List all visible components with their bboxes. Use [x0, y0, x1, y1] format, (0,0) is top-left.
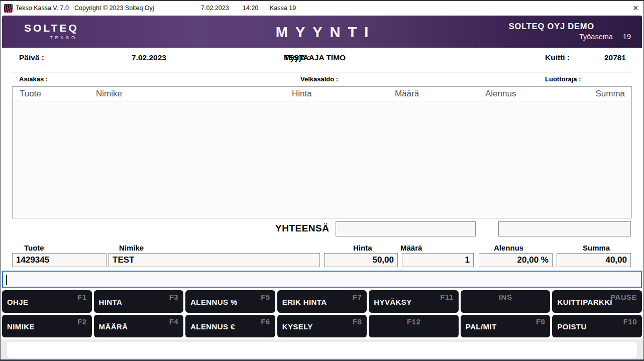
fkey-label: INS: [461, 293, 551, 301]
entry-label-summa: Summa: [583, 244, 610, 252]
fkey-label: PAUSE: [610, 293, 637, 301]
button-label: ALENNUS %: [190, 298, 238, 306]
tuote-field[interactable]: [12, 253, 106, 267]
receipt-label: Kuitti :: [545, 53, 570, 62]
app-window: Tekso Kassa V. 7.0 Copyright © 2023 Solt…: [0, 0, 644, 361]
button-label: KUITTIPARKKI: [557, 298, 612, 306]
fkey-label: F3: [169, 293, 179, 301]
command-input[interactable]: [2, 271, 642, 288]
fkey-label: F12: [369, 317, 459, 326]
button-label: MÄÄRÄ: [99, 322, 128, 331]
header-right: SOLTEQ OYJ DEMO Työasema 19: [509, 22, 642, 41]
erik-hinta-button[interactable]: ERIK HINTA F7: [277, 290, 367, 313]
company-name: SOLTEQ OYJ DEMO: [509, 22, 594, 31]
app-header: SOLTEQ TEKSO MYYNTI SOLTEQ OYJ DEMO Työa…: [2, 16, 642, 48]
nimike-button[interactable]: NIMIKE F2: [2, 315, 92, 337]
alennus-euro-button[interactable]: ALENNUS € F6: [185, 315, 275, 337]
receipt-info-row: Päivä : 7.02.2023 Myyjä : TESTAAJA TIMO …: [0, 53, 644, 66]
fkey-label: F5: [261, 293, 270, 301]
kysely-button[interactable]: KYSELY F8: [277, 315, 367, 337]
sale-lines-table: Tuote Nimike Hinta Määrä Alennus Summa: [12, 86, 632, 218]
customer-label: Asiakas :: [19, 75, 48, 83]
hinta-button[interactable]: HINTA F3: [94, 290, 184, 313]
button-label: ERIK HINTA: [282, 298, 327, 306]
button-label: PAL/MIT: [466, 322, 497, 331]
fkey-label: F11: [440, 293, 454, 301]
col-header-nimike: Nimike: [96, 89, 122, 99]
tekso-app-icon: [4, 4, 13, 13]
divider-line: [12, 72, 632, 72]
poistu-button[interactable]: POISTU F10: [552, 315, 642, 337]
kuittiparkki-button[interactable]: KUITTIPARKKI PAUSE: [552, 290, 642, 313]
fkey-label: F1: [77, 293, 87, 301]
function-key-grid: OHJE F1 HINTA F3 ALENNUS % F5 ERIK HINTA…: [2, 290, 642, 338]
alennus-field[interactable]: [479, 253, 553, 267]
bottom-bar: [0, 339, 644, 361]
copyright-text: Copyright © 2023 Solteq Oyj: [74, 5, 154, 12]
button-label: NIMIKE: [7, 322, 35, 331]
button-label: ALENNUS €: [190, 322, 235, 331]
button-label: HINTA: [99, 298, 123, 306]
titlebar: Tekso Kassa V. 7.0 Copyright © 2023 Solt…: [0, 0, 644, 15]
col-header-hinta: Hinta: [292, 89, 312, 99]
alennus-prosentti-button[interactable]: ALENNUS % F5: [185, 290, 275, 313]
ins-button[interactable]: INS: [461, 290, 551, 313]
total-row: YHTEENSÄ: [0, 221, 644, 237]
fkey-label: F9: [536, 317, 546, 326]
maara-button[interactable]: MÄÄRÄ F4: [94, 315, 184, 337]
receipt-number: 20781: [604, 53, 626, 62]
entry-field-labels: Tuote Nimike Hinta Määrä Alennus Summa: [0, 244, 644, 253]
col-header-tuote: Tuote: [20, 89, 41, 99]
total-amount-field[interactable]: [336, 221, 476, 236]
titlebar-time: 14:20: [243, 5, 258, 12]
col-header-maara: Määrä: [395, 89, 419, 99]
f12-button[interactable]: F12: [369, 315, 459, 337]
entry-label-alennus: Alennus: [494, 244, 523, 252]
total-secondary-field[interactable]: [498, 221, 631, 236]
workstation-info: Työasema 19: [509, 33, 631, 41]
hinta-field[interactable]: [324, 253, 398, 267]
window-title: Tekso Kassa V. 7.0: [16, 5, 69, 12]
debt-balance-label: Velkasaldo :: [300, 75, 338, 83]
total-label: YHTEENSÄ: [275, 223, 329, 234]
workstation-number: 19: [623, 33, 631, 41]
status-message-bar: [7, 342, 637, 358]
fkey-label: F6: [261, 317, 270, 326]
entry-label-maara: Määrä: [400, 244, 422, 252]
button-label: KYSELY: [282, 322, 313, 331]
date-label: Päivä :: [19, 53, 44, 62]
maara-field[interactable]: [402, 253, 474, 267]
hyvaksy-button[interactable]: HYVÄKSY F11: [369, 290, 459, 313]
titlebar-date: 7.02.2023: [201, 5, 229, 12]
credit-limit-label: Luottoraja :: [545, 75, 581, 83]
register-number: Kassa 19: [270, 5, 296, 12]
fkey-label: F7: [353, 293, 362, 301]
entry-label-tuote: Tuote: [24, 244, 44, 252]
workstation-label: Työasema: [579, 33, 613, 41]
summa-field[interactable]: [557, 253, 631, 267]
entry-label-nimike: Nimike: [119, 244, 144, 252]
sale-lines-body: [13, 101, 631, 218]
entry-fields-row: [0, 253, 644, 267]
fkey-label: F4: [169, 317, 179, 326]
entry-label-hinta: Hinta: [353, 244, 372, 252]
button-label: OHJE: [7, 298, 28, 306]
table-header-row: Tuote Nimike Hinta Määrä Alennus Summa: [13, 87, 631, 101]
ohje-button[interactable]: OHJE F1: [2, 290, 92, 313]
date-value: 7.02.2023: [132, 53, 166, 62]
seller-value: TESTAAJA TIMO: [284, 53, 346, 62]
button-label: HYVÄKSY: [374, 298, 411, 306]
fkey-label: F10: [623, 317, 637, 326]
col-header-summa: Summa: [595, 89, 625, 99]
button-label: POISTU: [557, 322, 586, 331]
close-icon[interactable]: ✕: [630, 3, 641, 13]
fkey-label: F2: [77, 317, 87, 326]
customer-info-row: Asiakas : Velkasaldo : Luottoraja :: [0, 75, 644, 84]
text-cursor: [6, 275, 7, 285]
col-header-alennus: Alennus: [485, 89, 516, 99]
fkey-label: F8: [353, 317, 362, 326]
pal-mit-button[interactable]: PAL/MIT F9: [461, 315, 551, 337]
nimike-field[interactable]: [109, 253, 320, 267]
